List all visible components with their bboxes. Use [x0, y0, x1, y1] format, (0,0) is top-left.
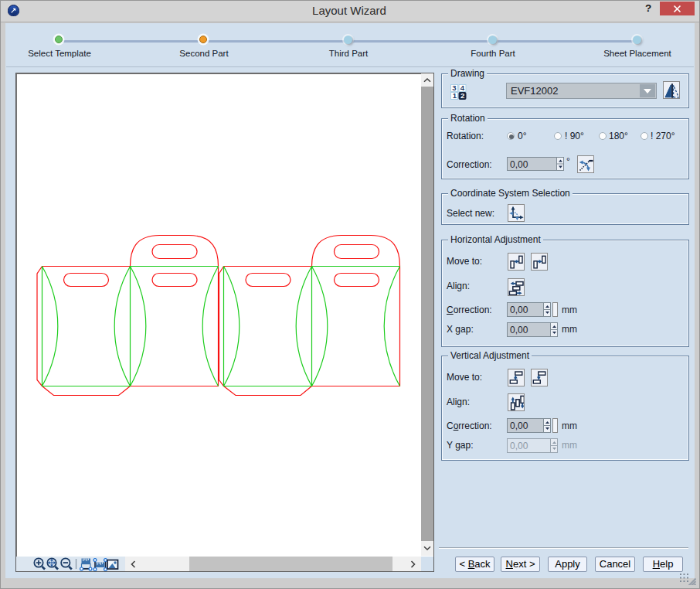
svg-text:1: 1	[453, 91, 457, 100]
svg-text:2: 2	[460, 91, 464, 100]
